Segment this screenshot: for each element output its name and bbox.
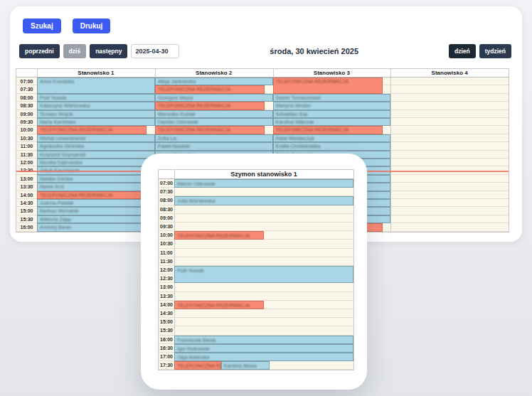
toolbar: Szukaj Drukuj bbox=[23, 18, 110, 33]
appointment-entry[interactable]: Rafał Włodarczyk bbox=[273, 134, 391, 142]
schedule-row[interactable]: 07:30 bbox=[159, 188, 353, 196]
appointment-entry[interactable]: Martyna Wróbel bbox=[273, 102, 391, 109]
time-label: 08:30 bbox=[16, 102, 37, 109]
current-date-title: środa, 30 kwiecień 2025 bbox=[179, 47, 449, 55]
schedule-row[interactable]: 15:00 bbox=[159, 318, 353, 326]
appointment-entry[interactable]: Damian Ostrowski bbox=[155, 118, 273, 126]
print-button[interactable]: Drukuj bbox=[73, 18, 111, 33]
appointment-entry[interactable]: Piotr Nowak bbox=[174, 266, 353, 283]
appointment-entry[interactable]: Krzysztof Szymański bbox=[37, 151, 155, 159]
appointment-entry[interactable]: Wiktoria Zając bbox=[37, 215, 155, 223]
entry-label: Krzysztof Szymański bbox=[38, 151, 154, 159]
phone-reservation-entry[interactable]: TELEFONICZNA REZERWACJA bbox=[273, 77, 383, 94]
date-input[interactable] bbox=[131, 44, 179, 58]
appointment-entry[interactable]: Karolina Walczak bbox=[273, 118, 391, 126]
entry-label: Zofia Lis bbox=[156, 135, 272, 142]
appointment-entry[interactable]: Michał Lewandowski bbox=[37, 134, 155, 142]
time-label: 12:30 bbox=[159, 274, 174, 283]
phone-reservation-entry[interactable]: TELEFONICZNA REZERWACJA bbox=[155, 85, 265, 93]
phone-reservation-entry[interactable]: TELEFONICZNA REZERWACJA bbox=[174, 301, 264, 309]
time-label: 15:00 bbox=[159, 318, 174, 326]
appointment-entry[interactable]: Katarzyna Wiśniewska bbox=[37, 102, 155, 109]
appointment-entry[interactable]: Maria Kamińska bbox=[37, 118, 155, 126]
schedule-row[interactable]: 09:00 bbox=[159, 214, 353, 223]
time-label: 17:30 bbox=[159, 361, 174, 370]
time-label: 10:00 bbox=[16, 126, 37, 134]
appointment-entry[interactable]: Alicja Jankowska bbox=[155, 77, 273, 85]
appointment-entry[interactable]: Joanna Pawlak bbox=[37, 199, 155, 207]
entry-label: Maria Kamińska bbox=[38, 119, 154, 126]
entry-label: Emilia Chmielewska bbox=[274, 143, 390, 150]
appointment-entry[interactable]: Tomasz Wójcik bbox=[37, 110, 155, 118]
entry-label: TELEFONICZNA REZERWACJA bbox=[175, 232, 263, 240]
time-label: 07:00 bbox=[159, 179, 174, 188]
time-label: 08:00 bbox=[16, 94, 37, 102]
phone-reservation-entry[interactable]: TELEFONICZNA REZERWACJA bbox=[37, 126, 147, 134]
time-label: 13:00 bbox=[16, 175, 37, 183]
appointment-entry[interactable]: Bartosz Michalski bbox=[37, 207, 155, 215]
schedule-row[interactable]: 11:00 bbox=[159, 249, 353, 257]
time-label: 13:00 bbox=[159, 283, 174, 291]
time-label: 13:30 bbox=[16, 183, 37, 191]
phone-reservation-entry[interactable]: TELEFONICZNA REZERWACJA bbox=[174, 361, 221, 370]
entry-label: Franciszek Bielak bbox=[175, 336, 353, 344]
appointment-entry[interactable]: Andrzej Baran bbox=[37, 223, 155, 231]
appointment-entry[interactable]: Monika Dąbrowska bbox=[37, 159, 155, 166]
appointment-entry[interactable]: Zofia Lis bbox=[155, 134, 273, 142]
entry-label: Piotr Nowak bbox=[175, 267, 353, 274]
appointment-entry[interactable]: Natalia Górska bbox=[37, 175, 155, 183]
appointment-entry[interactable]: Agnieszka Zielińska bbox=[37, 142, 155, 150]
schedule-row[interactable]: 11:30 bbox=[159, 257, 353, 266]
entry-label: Bartosz Michalski bbox=[38, 208, 154, 215]
entry-label: Paweł Nowicki bbox=[156, 143, 272, 150]
appointment-entry[interactable]: Karolina Bilska bbox=[221, 361, 270, 370]
schedule-row[interactable]: 08:30 bbox=[159, 205, 353, 214]
appointment-entry[interactable]: Marek Król bbox=[37, 183, 155, 191]
week-view-button[interactable]: tydzień bbox=[479, 44, 511, 58]
entry-label: Monika Dąbrowska bbox=[38, 159, 154, 166]
search-button[interactable]: Szukaj bbox=[23, 18, 61, 33]
appointment-entry[interactable]: Olga Adamska bbox=[174, 353, 353, 361]
phone-reservation-entry[interactable]: TELEFONICZNA REZERWACJA bbox=[174, 231, 264, 240]
appointment-entry[interactable]: Daniel Tomaszewski bbox=[273, 94, 391, 102]
column-header: Stanowisko 4 bbox=[390, 69, 509, 77]
column-header: Stanowisko 1 bbox=[37, 69, 155, 77]
phone-reservation-entry[interactable]: TELEFONICZNA REZERWACJA bbox=[37, 191, 147, 199]
schedule-row[interactable]: 14:30 bbox=[159, 309, 353, 318]
time-label: 16:00 bbox=[16, 223, 37, 231]
appointment-entry[interactable]: Franciszek Bielak bbox=[174, 336, 353, 344]
time-label: 15:30 bbox=[16, 215, 37, 223]
previous-day-button[interactable]: poprzedni bbox=[19, 44, 60, 58]
column-header: Stanowisko 3 bbox=[273, 69, 391, 77]
time-label: 14:00 bbox=[16, 191, 37, 199]
phone-reservation-entry[interactable]: TELEFONICZNA REZERWACJA bbox=[273, 126, 383, 134]
schedule-row[interactable]: 13:00 bbox=[159, 283, 353, 291]
appointment-entry[interactable]: Piotr Nowak bbox=[37, 94, 155, 102]
phone-reservation-entry[interactable]: TELEFONICZNA REZERWACJA bbox=[155, 126, 265, 134]
date-navigation: poprzedni dziś następny środa, 30 kwieci… bbox=[19, 44, 511, 58]
time-label: 09:30 bbox=[16, 118, 37, 126]
schedule-row[interactable]: 10:30 bbox=[159, 240, 353, 248]
appointment-entry[interactable]: Anna Kowalska bbox=[37, 77, 155, 94]
schedule-row[interactable]: 09:30 bbox=[159, 223, 353, 231]
appointment-entry[interactable]: Marcin Ostrowski bbox=[174, 179, 353, 188]
schedule-row[interactable]: 15:30 bbox=[159, 326, 353, 335]
appointment-entry[interactable]: Grzegorz Mazur bbox=[155, 94, 273, 102]
appointment-entry[interactable]: Igor Rutkowski bbox=[174, 344, 353, 353]
today-button[interactable]: dziś bbox=[63, 44, 87, 58]
appointment-entry[interactable]: Weronika Kubiak bbox=[155, 110, 273, 118]
schedule-row[interactable]: 13:30 bbox=[159, 292, 353, 301]
next-day-button[interactable]: następny bbox=[90, 44, 127, 58]
entry-label: Anna Kowalska bbox=[38, 78, 154, 85]
entry-label: Wiktoria Zając bbox=[38, 216, 154, 223]
appointment-entry[interactable]: Julia Wiśniewska bbox=[174, 196, 353, 205]
appointment-entry[interactable]: Sebastian Bąk bbox=[273, 110, 391, 118]
phone-reservation-entry[interactable]: TELEFONICZNA REZERWACJA bbox=[155, 102, 265, 109]
appointment-entry[interactable]: Emilia Chmielewska bbox=[273, 142, 391, 150]
appointment-entry[interactable]: Paweł Nowicki bbox=[155, 142, 273, 150]
time-label: 07:00 bbox=[16, 77, 37, 85]
day-view-button[interactable]: dzień bbox=[449, 44, 476, 58]
time-label: 14:30 bbox=[159, 309, 174, 318]
time-label: 07:30 bbox=[159, 188, 174, 196]
entry-label: TELEFONICZNA REZERWACJA bbox=[175, 362, 220, 370]
